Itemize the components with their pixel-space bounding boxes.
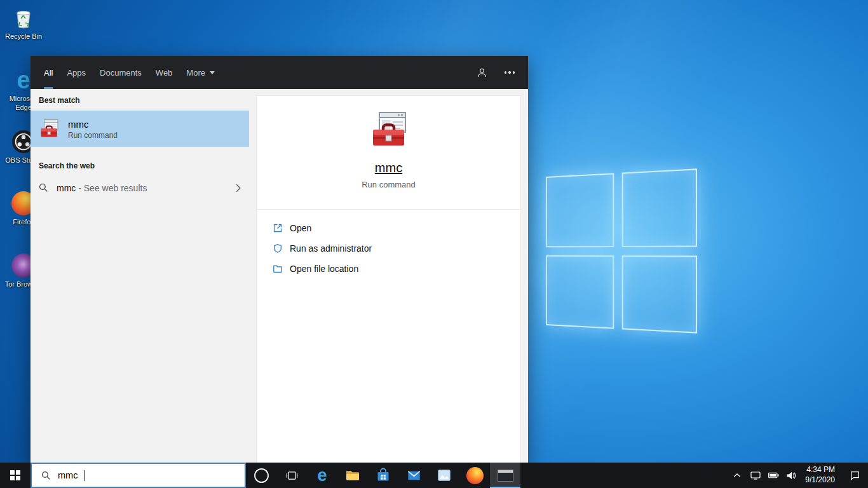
tab-more-label: More <box>186 68 205 78</box>
preview-actions: Open Run as administrator <box>257 210 520 287</box>
user-account-button[interactable] <box>470 60 494 85</box>
preview-subtitle: Run command <box>362 180 416 189</box>
tab-apps[interactable]: Apps <box>60 56 93 89</box>
clock[interactable]: 4:34 PM 9/1/2020 <box>800 463 841 488</box>
best-match-result[interactable]: mmc Run command <box>31 111 249 147</box>
result-title: mmc <box>68 118 118 132</box>
user-icon <box>476 67 488 79</box>
tab-documents[interactable]: Documents <box>93 56 149 89</box>
windows-logo-pane <box>546 173 614 247</box>
mail-icon <box>406 468 422 484</box>
tray-volume-button[interactable] <box>782 463 800 488</box>
monitor-icon <box>750 471 761 480</box>
results-column: Best match mmc <box>31 89 249 463</box>
desktop-icon-recycle-bin[interactable]: Recycle Bin <box>4 5 43 41</box>
action-center-button[interactable] <box>841 463 868 488</box>
clock-time: 4:34 PM <box>806 465 835 475</box>
start-button[interactable] <box>0 463 31 488</box>
preview-title: mmc <box>375 161 402 175</box>
web-suffix: - See web results <box>76 183 147 193</box>
taskbar-app-mail[interactable] <box>398 463 429 488</box>
action-label: Open file location <box>290 264 358 274</box>
taskbar-app-photos[interactable] <box>429 463 459 488</box>
tab-all[interactable]: All <box>37 56 60 89</box>
action-label: Open <box>290 223 311 233</box>
system-tray: 4:34 PM 9/1/2020 <box>728 463 868 488</box>
tab-web-label: Web <box>156 68 173 78</box>
task-view-icon <box>286 470 298 482</box>
taskbar: mmc e <box>0 463 868 488</box>
cortana-button[interactable] <box>246 463 276 488</box>
more-options-button[interactable] <box>498 60 522 85</box>
windows-logo-pane <box>546 255 614 329</box>
tab-web[interactable]: Web <box>149 56 180 89</box>
web-query: mmc <box>57 183 76 193</box>
notification-icon <box>850 470 860 481</box>
search-tabs-bar: All Apps Documents Web More <box>31 56 528 89</box>
clock-date: 9/1/2020 <box>805 475 835 485</box>
text-cursor <box>85 470 85 481</box>
chevron-right-icon[interactable] <box>236 184 241 193</box>
web-result-text: mmc - See web results <box>57 183 147 193</box>
taskbar-app-file-explorer[interactable] <box>337 463 368 488</box>
action-label: Run as administrator <box>290 243 372 254</box>
section-label-search-web: Search the web <box>31 147 249 176</box>
web-search-result[interactable]: mmc - See web results <box>31 176 249 200</box>
open-icon <box>273 223 283 233</box>
chevron-up-icon <box>733 473 741 478</box>
task-view-button[interactable] <box>276 463 307 488</box>
tray-expand-button[interactable] <box>728 463 747 488</box>
edge-icon: e <box>317 467 327 484</box>
windows-logo-icon <box>546 168 697 333</box>
shield-icon <box>273 243 283 254</box>
search-results-area: Best match mmc <box>31 89 528 463</box>
taskbar-app-store[interactable] <box>368 463 398 488</box>
search-header-actions <box>470 60 522 85</box>
preview-column: mmc Run command Open <box>249 89 528 463</box>
windows-start-icon <box>10 470 20 480</box>
section-label-best-match: Best match <box>31 89 249 111</box>
tab-all-label: All <box>44 68 53 78</box>
windows-logo-pane <box>621 255 697 334</box>
windows-logo-pane <box>621 168 697 247</box>
console-window-icon <box>498 470 513 482</box>
action-run-as-administrator[interactable]: Run as administrator <box>273 238 505 259</box>
tray-battery-button[interactable] <box>764 463 782 488</box>
mmc-icon <box>39 118 60 139</box>
best-match-text: mmc Run command <box>68 118 118 140</box>
cortana-icon <box>254 468 269 483</box>
taskbar-search-input[interactable]: mmc <box>31 463 246 488</box>
volume-icon <box>786 471 796 480</box>
tab-documents-label: Documents <box>100 68 142 78</box>
action-open-file-location[interactable]: Open file location <box>273 259 505 279</box>
recycle-bin-icon <box>11 5 36 30</box>
mmc-icon-large <box>369 109 409 150</box>
tray-display-button[interactable] <box>747 463 764 488</box>
result-subtitle: Run command <box>68 131 118 140</box>
ellipsis-icon <box>505 71 515 74</box>
battery-icon <box>768 472 779 478</box>
desktop-icon-label: Recycle Bin <box>4 32 43 41</box>
taskbar-app-console-active[interactable] <box>490 463 520 488</box>
search-flyout: All Apps Documents Web More <box>31 56 528 463</box>
taskbar-app-firefox[interactable] <box>459 463 490 488</box>
photos-icon <box>437 468 452 483</box>
search-input-value: mmc <box>58 470 78 480</box>
search-icon <box>39 183 48 193</box>
search-icon <box>41 471 51 480</box>
tab-apps-label: Apps <box>67 68 86 78</box>
file-explorer-icon <box>344 467 361 484</box>
tab-more[interactable]: More <box>179 56 222 89</box>
microsoft-store-icon <box>375 467 391 484</box>
preview-card: mmc Run command Open <box>256 95 521 463</box>
folder-icon <box>273 264 283 274</box>
taskbar-app-edge[interactable]: e <box>307 463 337 488</box>
action-open[interactable]: Open <box>273 218 505 238</box>
chevron-down-icon <box>210 71 215 74</box>
firefox-icon <box>466 467 484 484</box>
